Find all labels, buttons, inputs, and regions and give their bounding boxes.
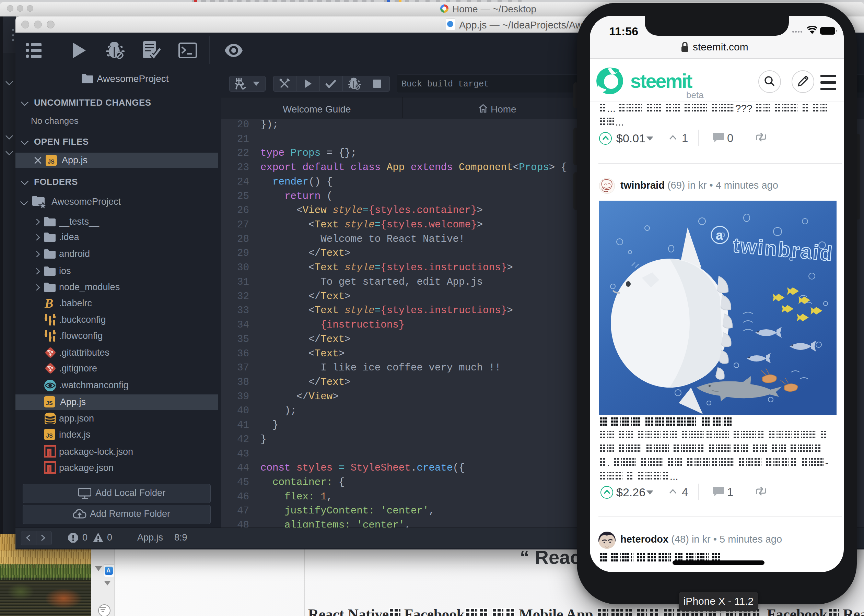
svg-text:a: a (716, 228, 723, 242)
